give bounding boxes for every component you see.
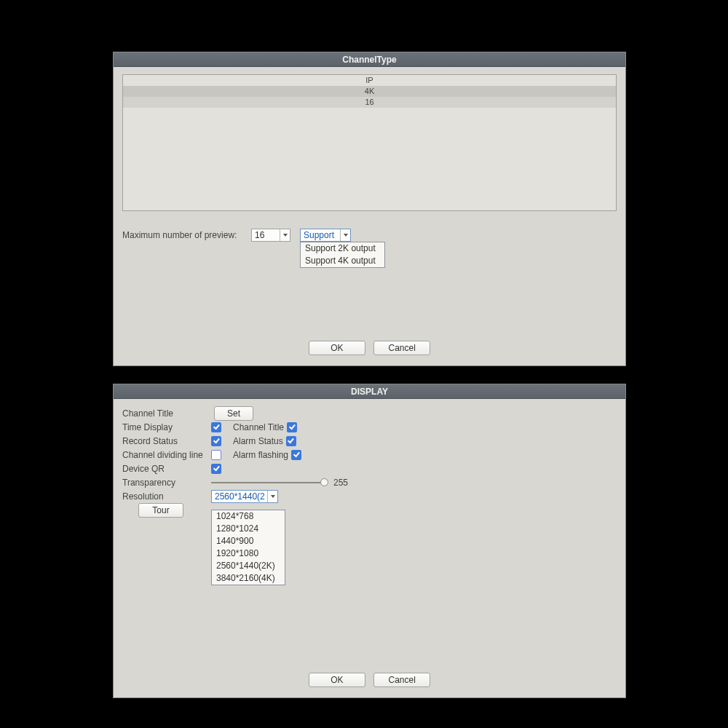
ok-button[interactable]: OK bbox=[309, 673, 365, 687]
dropdown-option[interactable]: 1024*768 bbox=[212, 510, 285, 523]
alarm-status-checkbox[interactable] bbox=[286, 436, 296, 446]
dropdown-option[interactable]: Support 4K output bbox=[301, 255, 384, 267]
transparency-slider[interactable] bbox=[211, 478, 328, 488]
channel-title2-label: Channel Title bbox=[233, 422, 284, 432]
max-preview-select[interactable]: 16 bbox=[251, 229, 290, 242]
dropdown-option[interactable]: 3840*2160(4K) bbox=[212, 572, 285, 585]
resolution-dropdown[interactable]: 1024*768 1280*1024 1440*900 1920*1080 25… bbox=[211, 510, 285, 585]
time-display-checkbox[interactable] bbox=[211, 422, 221, 432]
alarm-status-label: Alarm Status bbox=[233, 436, 283, 446]
dropdown-option[interactable]: 1280*1024 bbox=[212, 523, 285, 535]
dropdown-option[interactable]: 1440*900 bbox=[212, 535, 285, 547]
channeltype-listbox[interactable]: IP 4K 16 bbox=[122, 74, 617, 211]
max-preview-label: Maximum number of preview: bbox=[122, 230, 237, 240]
cancel-button[interactable]: Cancel bbox=[373, 341, 430, 355]
display-dialog: DISPLAY Channel Title Set Time Display C… bbox=[113, 384, 626, 698]
record-status-checkbox[interactable] bbox=[211, 436, 221, 446]
channel-title-checkbox[interactable] bbox=[287, 422, 297, 432]
resolution-value: 2560*1440(2 bbox=[215, 491, 265, 502]
tour-button[interactable]: Tour bbox=[138, 503, 183, 518]
chevron-down-icon bbox=[267, 491, 277, 502]
chevron-down-icon bbox=[280, 229, 290, 241]
resolution-select[interactable]: 2560*1440(2 bbox=[211, 490, 278, 503]
max-preview-value: 16 bbox=[255, 230, 264, 240]
support-select[interactable]: Support bbox=[300, 229, 351, 242]
channel-div-label: Channel dividing line bbox=[122, 450, 211, 460]
channeltype-buttons: OK Cancel bbox=[114, 341, 625, 355]
channeltype-dialog: ChannelType IP 4K 16 Maximum number of p… bbox=[113, 52, 626, 366]
channel-div-checkbox[interactable] bbox=[211, 450, 221, 460]
support-select-value: Support bbox=[304, 230, 334, 240]
resolution-label: Resolution bbox=[122, 491, 211, 502]
display-buttons: OK Cancel bbox=[114, 673, 625, 687]
dropdown-option[interactable]: 2560*1440(2K) bbox=[212, 560, 285, 572]
transparency-label: Transparency bbox=[122, 478, 211, 488]
ok-button[interactable]: OK bbox=[309, 341, 365, 355]
alarm-flashing-checkbox[interactable] bbox=[291, 450, 301, 460]
slider-thumb[interactable] bbox=[320, 478, 328, 486]
channeltype-titlebar: ChannelType bbox=[114, 52, 625, 67]
device-qr-checkbox[interactable] bbox=[211, 464, 221, 474]
dropdown-option[interactable]: Support 2K output bbox=[301, 242, 384, 255]
set-button[interactable]: Set bbox=[214, 406, 253, 421]
alarm-flashing-label: Alarm flashing bbox=[233, 450, 288, 460]
list-row[interactable]: 16 bbox=[123, 97, 616, 108]
time-display-label: Time Display bbox=[122, 422, 211, 432]
chevron-down-icon bbox=[340, 229, 350, 241]
list-row-selected[interactable]: 4K bbox=[123, 86, 616, 97]
device-qr-label: Device QR bbox=[122, 464, 211, 474]
dropdown-option[interactable]: 1920*1080 bbox=[212, 547, 285, 560]
record-status-label: Record Status bbox=[122, 436, 211, 446]
support-dropdown[interactable]: Support 2K output Support 4K output bbox=[300, 242, 385, 268]
channel-title-label: Channel Title bbox=[122, 408, 211, 419]
list-header: IP bbox=[123, 75, 616, 86]
cancel-button[interactable]: Cancel bbox=[373, 673, 430, 687]
display-titlebar: DISPLAY bbox=[114, 384, 625, 399]
transparency-value: 255 bbox=[333, 478, 348, 488]
